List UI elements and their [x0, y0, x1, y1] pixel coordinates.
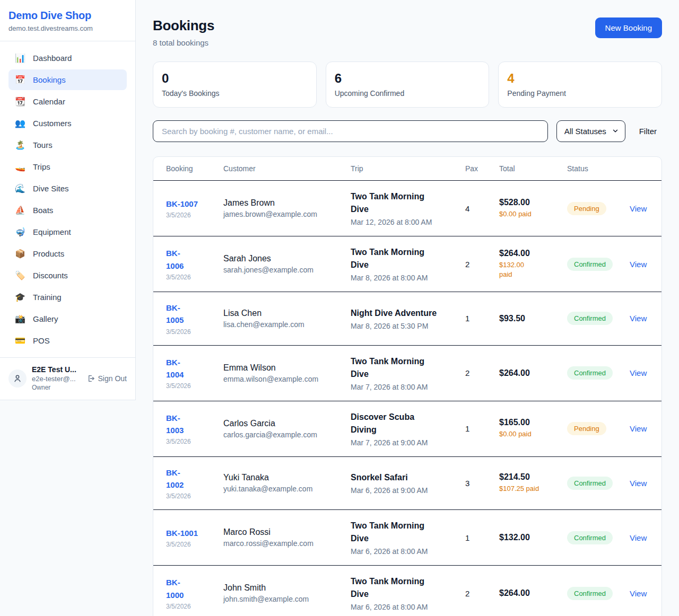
trip-datetime: Mar 12, 2026 at 8:00 AM [351, 218, 450, 226]
col-header-status: Status [560, 157, 622, 181]
total-amount: $264.00 [499, 249, 552, 258]
paid-amount: $0.00 paid [499, 209, 552, 219]
pax-count: 1 [465, 533, 469, 542]
customer-name: John Smith [223, 583, 336, 593]
customer-email: sarah.jones@example.com [223, 266, 336, 274]
sidebar-item[interactable]: 📸 Gallery [8, 309, 127, 329]
booking-row: BK- 1000 3/5/2026 John Smith john.smith@… [153, 566, 661, 616]
stat-cards: 0 Today's Bookings 6 Upcoming Confirmed … [153, 61, 662, 108]
sidebar-item-label: Tours [33, 140, 53, 149]
sidebar-item-label: Training [33, 293, 62, 302]
customer-email: carlos.garcia@example.com [223, 430, 336, 439]
view-link[interactable]: View [630, 314, 647, 323]
sidebar-item[interactable]: 🤿 Equipment [8, 222, 127, 242]
total-amount: $264.00 [499, 368, 552, 378]
booking-date: 3/5/2026 [166, 328, 208, 336]
stat-card: 0 Today's Bookings [153, 61, 317, 108]
stat-label: Pending Payment [507, 89, 653, 98]
col-header-total: Total [492, 157, 560, 181]
booking-row: BK- 1005 3/5/2026 Lisa Chen lisa.chen@ex… [153, 292, 661, 346]
new-booking-button[interactable]: New Booking [595, 17, 662, 38]
main-content: Bookings 8 total bookings New Booking 0 … [136, 0, 679, 616]
booking-row: BK-1001 3/5/2026 Marco Rossi marco.rossi… [153, 510, 661, 566]
calendar-icon: 📆 [15, 96, 25, 107]
col-header-trip: Trip [343, 157, 458, 181]
view-link[interactable]: View [630, 479, 647, 488]
user-role: Owner [32, 384, 81, 391]
trip-datetime: Mar 7, 2026 at 9:00 AM [351, 438, 450, 447]
trip-datetime: Mar 6, 2026 at 8:00 AM [351, 603, 450, 611]
search-input[interactable] [153, 120, 548, 142]
stat-label: Upcoming Confirmed [335, 89, 481, 98]
equipment-icon: 🤿 [15, 227, 25, 237]
sidebar-item-label: Products [33, 249, 64, 258]
sidebar-item[interactable]: 🎓 Training [8, 287, 127, 307]
booking-id-link[interactable]: BK- 1006 [166, 247, 208, 272]
customers-icon: 👥 [15, 118, 25, 128]
sidebar-item[interactable]: 📆 Calendar [8, 91, 127, 112]
trip-datetime: Mar 8, 2026 at 8:00 AM [351, 274, 450, 282]
stat-value: 0 [162, 71, 308, 86]
sign-out-label: Sign Out [98, 374, 127, 383]
user-email: e2e-tester@... [32, 375, 81, 383]
booking-row: BK- 1002 3/5/2026 Yuki Tanaka yuki.tanak… [153, 456, 661, 510]
sidebar-item[interactable]: 🌊 Dive Sites [8, 178, 127, 199]
col-header-pax: Pax [458, 157, 492, 181]
sidebar-item[interactable]: 📊 Dashboard [8, 48, 127, 68]
view-link[interactable]: View [630, 589, 647, 598]
booking-id-link[interactable]: BK- 1000 [166, 576, 208, 601]
sidebar-item-label: Calendar [33, 97, 65, 106]
sidebar-item[interactable]: 🚤 Trips [8, 156, 127, 177]
sidebar: Demo Dive Shop demo.test.divestreams.com… [0, 0, 136, 400]
booking-id-link[interactable]: BK- 1004 [166, 356, 208, 381]
booking-date: 3/5/2026 [166, 492, 208, 500]
training-icon: 🎓 [15, 292, 25, 302]
status-badge: Confirmed [567, 312, 613, 325]
user-icon [13, 374, 22, 383]
tours-icon: 🏝️ [15, 140, 25, 150]
booking-id-link[interactable]: BK-1007 [166, 198, 208, 210]
view-link[interactable]: View [630, 204, 647, 213]
trip-name: Discover Scuba Diving [351, 411, 450, 436]
trip-datetime: Mar 7, 2026 at 8:00 AM [351, 383, 450, 391]
filter-bar: All Statuses Filter [153, 120, 662, 142]
user-info: E2E Test U... e2e-tester@... Owner [32, 365, 81, 391]
sidebar-item[interactable]: 🏝️ Tours [8, 135, 127, 155]
customer-name: Lisa Chen [223, 309, 336, 318]
view-link[interactable]: View [630, 260, 647, 269]
status-badge: Confirmed [567, 366, 613, 380]
trip-datetime: Mar 8, 2026 at 5:30 PM [351, 322, 450, 330]
sidebar-item[interactable]: 💳 POS [8, 330, 127, 351]
customer-name: Yuki Tanaka [223, 473, 336, 482]
sign-out-button[interactable]: Sign Out [86, 374, 127, 383]
booking-id-link[interactable]: BK- 1005 [166, 302, 208, 327]
sidebar-item[interactable]: 👥 Customers [8, 113, 127, 134]
shop-header: Demo Dive Shop demo.test.divestreams.com [0, 0, 135, 41]
trip-datetime: Mar 6, 2026 at 8:00 AM [351, 547, 450, 556]
booking-id-link[interactable]: BK- 1002 [166, 467, 208, 491]
booking-id-link[interactable]: BK- 1003 [166, 412, 208, 437]
bookings-icon: 📅 [15, 75, 25, 85]
status-filter-select[interactable]: All Statuses [556, 120, 625, 142]
customer-email: emma.wilson@example.com [223, 375, 336, 383]
filter-button[interactable]: Filter [634, 122, 662, 140]
sidebar-item[interactable]: ⛵ Boats [8, 200, 127, 221]
status-badge: Confirmed [567, 531, 613, 544]
sidebar-item[interactable]: 📅 Bookings [8, 69, 127, 90]
view-link[interactable]: View [630, 533, 647, 542]
shop-name: Demo Dive Shop [8, 10, 127, 22]
view-link[interactable]: View [630, 368, 647, 377]
sidebar-item[interactable]: 📦 Products [8, 243, 127, 264]
view-link[interactable]: View [630, 424, 647, 433]
pax-count: 2 [465, 589, 469, 598]
booking-date: 3/5/2026 [166, 382, 208, 390]
booking-id-link[interactable]: BK-1001 [166, 527, 208, 539]
trips-icon: 🚤 [15, 162, 25, 172]
sidebar-item[interactable]: 🏷️ Discounts [8, 265, 127, 286]
page-subtitle: 8 total bookings [153, 38, 214, 47]
status-filter-wrap: All Statuses [556, 120, 625, 142]
trip-name: Two Tank Morning Dive [351, 520, 450, 545]
booking-date: 3/5/2026 [166, 438, 208, 445]
page-title: Bookings [153, 17, 214, 34]
stat-value: 4 [507, 71, 653, 86]
